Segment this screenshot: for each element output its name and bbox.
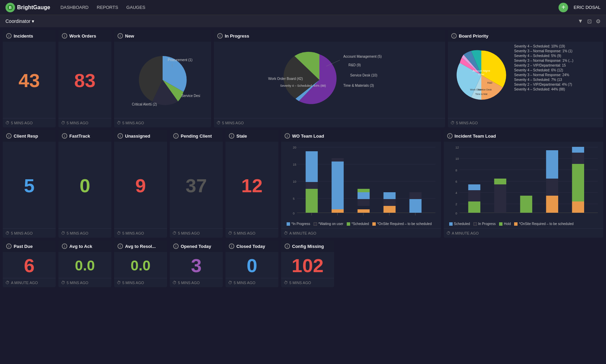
past-due-value: 6 bbox=[24, 256, 35, 275]
svg-rect-36 bbox=[358, 209, 370, 213]
svg-text:4: 4 bbox=[455, 191, 457, 195]
widget-past-due-body: 6 bbox=[3, 252, 56, 278]
row3-spacer bbox=[337, 240, 469, 287]
incident-bar-chart-area: 12 10 8 6 4 2 0 bbox=[444, 142, 604, 228]
sub-navigation: Coordinator ▾ ▼ ⊡ ⚙ bbox=[0, 15, 606, 27]
widget-in-progress-title: In Progress bbox=[225, 33, 249, 39]
nav-reports[interactable]: REPORTS bbox=[97, 5, 118, 10]
legend-onsite-label: *OnSite Required – to be scheduled bbox=[377, 222, 432, 226]
widget-client-resp-body: 5 bbox=[3, 142, 56, 228]
widget-stale-header: i Stale bbox=[225, 130, 278, 142]
widget-work-orders: i Work Orders 83 ⏱ 5 MINS AGO bbox=[58, 30, 111, 127]
clock-icon: ⏱ bbox=[284, 280, 288, 285]
info-icon[interactable]: i bbox=[173, 133, 179, 139]
add-button[interactable]: + bbox=[559, 3, 568, 12]
svg-text:Account Management (5): Account Management (5) bbox=[343, 55, 382, 58]
svg-rect-70 bbox=[546, 196, 558, 213]
widget-in-progress: i In Progress Account Management (5) bbox=[214, 30, 445, 127]
info-icon[interactable]: i bbox=[62, 33, 67, 39]
filter-icon[interactable]: ▼ bbox=[578, 18, 583, 24]
row-2: i Client Resp 5 ⏱ 5 MINS AGO i FastTrack… bbox=[3, 130, 603, 238]
svg-text:Work Order: Work Order bbox=[470, 88, 483, 91]
clock-icon: ⏱ bbox=[117, 121, 121, 125]
widget-unassigned-title: Unassigned bbox=[125, 134, 150, 139]
legend-in-progress-dot bbox=[473, 222, 477, 226]
info-icon[interactable]: i bbox=[6, 133, 12, 139]
legend-waiting: *Waiting on user bbox=[314, 222, 343, 226]
svg-text:8: 8 bbox=[455, 169, 457, 172]
info-icon[interactable]: i bbox=[118, 133, 123, 139]
closed-today-value: 0 bbox=[247, 256, 257, 275]
legend-waiting-dot bbox=[314, 222, 317, 226]
coordinator-selector[interactable]: Coordinator ▾ bbox=[5, 18, 34, 24]
svg-text:Service Desk (10): Service Desk (10) bbox=[350, 73, 377, 77]
info-icon[interactable]: i bbox=[6, 33, 12, 39]
svg-rect-42 bbox=[384, 192, 396, 199]
svg-rect-72 bbox=[546, 150, 558, 179]
widget-client-resp-footer: ⏱ 5 MINS AGO bbox=[3, 228, 56, 238]
clock-icon: ⏱ bbox=[446, 231, 451, 236]
widget-avg-to-ack: i Avg to Ack 0.0 ⏱ 5 MINS AGO bbox=[58, 240, 111, 287]
legend-in-progress-label: *In Progress bbox=[291, 222, 310, 226]
widget-pending-client-header: i Pending Client bbox=[170, 130, 223, 142]
widget-incident-team-load: i Incident Team Load 12 10 8 6 4 2 0 bbox=[444, 130, 604, 238]
info-icon[interactable]: i bbox=[62, 243, 67, 249]
clock-icon: ⏱ bbox=[228, 231, 232, 236]
widget-config-missing-header: i Config Missing bbox=[281, 240, 334, 252]
widget-incidents: i Incidents 43 ⏱ 5 MINS AGO bbox=[3, 30, 56, 127]
svg-text:R&D (9): R&D (9) bbox=[348, 63, 361, 67]
nav-dashboard[interactable]: DASHBOARD bbox=[60, 5, 88, 10]
tv-icon[interactable]: ⊡ bbox=[587, 18, 592, 25]
svg-text:12: 12 bbox=[455, 146, 459, 149]
widget-past-due-title: Past Due bbox=[14, 244, 33, 249]
legend-in-progress-label: In Progress bbox=[478, 222, 496, 226]
info-icon[interactable]: i bbox=[285, 133, 290, 139]
info-icon[interactable]: i bbox=[285, 243, 290, 249]
pending-client-timestamp: 5 MINS AGO bbox=[178, 231, 200, 235]
widget-incident-team-load-header: i Incident Team Load bbox=[444, 130, 604, 142]
info-icon[interactable]: i bbox=[229, 243, 234, 249]
avg-to-ack-value: 0.0 bbox=[75, 258, 95, 273]
info-icon[interactable]: i bbox=[6, 243, 12, 249]
widget-config-missing-title: Config Missing bbox=[292, 244, 324, 249]
widget-unassigned-body: 9 bbox=[114, 142, 167, 228]
widget-opened-today-title: Opened Today bbox=[181, 244, 211, 249]
svg-rect-68 bbox=[494, 179, 506, 184]
nav-links: DASHBOARD REPORTS GAUGES bbox=[60, 5, 559, 10]
svg-text:0: 0 bbox=[455, 212, 457, 215]
svg-text:Account Mgmt: Account Mgmt bbox=[472, 69, 490, 72]
nav-gauges[interactable]: GAUGES bbox=[126, 5, 146, 10]
info-icon[interactable]: i bbox=[451, 33, 457, 39]
settings-icon[interactable]: ⚙ bbox=[596, 18, 601, 25]
widget-avg-to-ack-title: Avg to Ack bbox=[69, 244, 92, 249]
widget-config-missing-body: 102 bbox=[281, 252, 334, 278]
info-icon[interactable]: i bbox=[217, 33, 223, 39]
widget-new: i New Procurement (1) bbox=[114, 30, 211, 127]
legend-item: Severity 4 – Scheduled: 10% (19) bbox=[514, 44, 601, 48]
incident-team-load-timestamp: A MINUTE AGO bbox=[452, 231, 479, 235]
info-icon[interactable]: i bbox=[229, 133, 234, 139]
widget-incidents-title: Incidents bbox=[14, 33, 33, 39]
info-icon[interactable]: i bbox=[62, 133, 67, 139]
widget-past-due-footer: ⏱ A MINUTE AGO bbox=[3, 278, 56, 287]
widget-opened-today-header: i Opened Today bbox=[170, 240, 223, 252]
incidents-value: 43 bbox=[18, 71, 40, 90]
info-icon[interactable]: i bbox=[118, 33, 123, 39]
info-icon[interactable]: i bbox=[118, 243, 123, 249]
svg-text:5: 5 bbox=[293, 197, 294, 200]
widget-config-missing-footer: ⏱ 5 MINS AGO bbox=[281, 278, 334, 287]
svg-rect-44 bbox=[410, 192, 422, 199]
svg-rect-31 bbox=[306, 182, 318, 189]
svg-text:B: B bbox=[9, 5, 12, 10]
widget-stale-body: 12 bbox=[225, 142, 278, 228]
incident-bar-legend: Scheduled In Progress Hold *OnSite Requi… bbox=[449, 221, 598, 227]
svg-text:Time & Mat: Time & Mat bbox=[475, 93, 487, 95]
info-icon[interactable]: i bbox=[447, 133, 453, 139]
widget-opened-today-body: 3 bbox=[170, 252, 223, 278]
coordinator-label: Coordinator bbox=[5, 18, 30, 24]
svg-rect-33 bbox=[332, 209, 344, 213]
client-resp-timestamp: 5 MINS AGO bbox=[11, 231, 33, 235]
widget-new-footer: ⏱ 5 MINS AGO bbox=[114, 118, 211, 127]
info-icon[interactable]: i bbox=[173, 243, 179, 249]
svg-rect-37 bbox=[358, 199, 370, 206]
